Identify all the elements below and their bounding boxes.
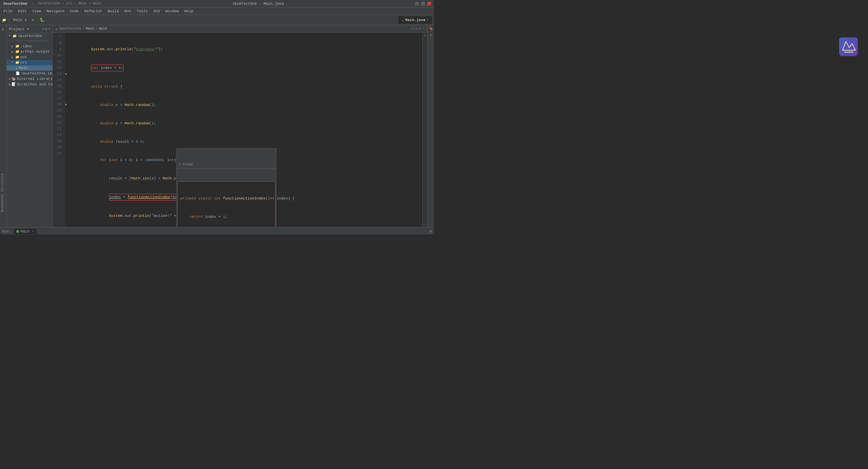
- debug-button[interactable]: 🐛: [38, 16, 47, 24]
- menu-navigate[interactable]: Navigate: [44, 7, 67, 15]
- project-folder-icon: 📁: [13, 34, 17, 38]
- run-tab-label: Main: [20, 229, 29, 233]
- chevron-src: [12, 61, 14, 64]
- run-tab-close[interactable]: ×: [32, 230, 34, 233]
- bottom-panel: Run: Main × ⚙ ↺ ■ ▤ ↓ 🖨 📷 ↵ 🗑 📌 Action!5…: [0, 227, 434, 234]
- tree-label-main: Main: [19, 66, 28, 70]
- code-content[interactable]: System.out.println("qianyang!"); int ind…: [70, 33, 422, 227]
- run-tab-main[interactable]: Main ×: [14, 229, 37, 234]
- code-editor[interactable]: 7 8 9 10 11 12 13 14 15 16 17 18 19 20 2…: [53, 33, 427, 227]
- project-panel-icon[interactable]: P: [1, 27, 6, 32]
- close-sidebar-icon[interactable]: ×: [48, 27, 50, 31]
- line-14: 14: [53, 77, 64, 83]
- chevron-idea: [12, 45, 14, 48]
- window-title: JavaTestOne - Main.java: [232, 2, 284, 6]
- run-status-dot: [16, 230, 19, 233]
- gutter-18: ◉: [65, 101, 70, 107]
- tree-item-arthas[interactable]: 📁 arthas-output: [7, 49, 52, 54]
- tree-item-scratches[interactable]: 📝 Scratches and Consoles: [7, 82, 52, 87]
- gutter-10: [65, 52, 70, 58]
- method-popup: 1 usage private static int functionActio…: [176, 148, 276, 227]
- app-name: JavaTestOne: [3, 2, 28, 6]
- tree-label-scratches: Scratches and Consoles: [17, 82, 52, 86]
- tree-item-project-root[interactable]: 📁 JavaTestOne: [7, 33, 52, 39]
- menu-build[interactable]: Build: [106, 7, 121, 15]
- run-config-dropdown[interactable]: Main ▾: [11, 16, 29, 24]
- gutter-8: [65, 40, 70, 46]
- tree-item-iml[interactable]: 📄 JavaTestOne.iml: [7, 71, 52, 76]
- method-popup-body: private static int functionActionIndex(i…: [177, 181, 275, 227]
- menu-file[interactable]: File: [1, 7, 14, 15]
- tree-item-idea[interactable]: 📁 .idea: [7, 44, 52, 49]
- path-label: C:\Users\qy474\IdeaProjects\JavaTes...: [12, 39, 50, 43]
- breadcrumb-text: JavaTestOne: [59, 27, 81, 31]
- line-11: 11: [53, 58, 64, 65]
- tree-label-ext-libs: External Libraries: [17, 77, 52, 81]
- sidebar-header-left: Project ▾: [9, 27, 29, 31]
- bookmarks-icon[interactable]: 🔖: [429, 27, 433, 31]
- menu-run[interactable]: Run: [122, 7, 133, 15]
- line-22: 22: [53, 126, 64, 132]
- gutter-13: ◉: [65, 71, 70, 77]
- settings-icon[interactable]: ⚙: [45, 27, 47, 31]
- menu-vcs[interactable]: VCS: [151, 7, 162, 15]
- idea-folder-icon: 📁: [15, 44, 19, 48]
- main-toolbar: 📁 Main ▾ ▶ 🐛 ☕ Main.java ×: [0, 15, 434, 25]
- menu-edit[interactable]: Edit: [16, 7, 29, 15]
- project-path: JavaTestOne › src › Main › main: [38, 2, 101, 5]
- menu-window[interactable]: Window: [163, 7, 181, 15]
- close-button[interactable]: ×: [427, 2, 431, 6]
- line-16: 16: [53, 89, 64, 95]
- code-line-7: System.out.println("qianyang!");: [73, 46, 420, 52]
- code-line-10: double x = Math.random();: [73, 102, 420, 108]
- gutter-11: [65, 58, 70, 65]
- line-8: 8: [53, 40, 64, 46]
- title-bar-right: − □ ×: [415, 2, 431, 6]
- popup-line-2: return index + 1;: [180, 214, 272, 220]
- maximize-button[interactable]: □: [421, 2, 425, 6]
- tree-item-src[interactable]: 📁 src: [7, 60, 52, 65]
- chevron-ext: [9, 77, 11, 81]
- gutter-12: [65, 65, 70, 71]
- code-line-9: while (true) {: [73, 84, 420, 90]
- menu-code[interactable]: Code: [68, 7, 81, 15]
- tree-item-out[interactable]: 📁 out: [7, 54, 52, 60]
- chevron-project: [9, 34, 12, 38]
- line-17: 17: [53, 95, 64, 101]
- line-20: 20: [53, 114, 64, 120]
- run-button[interactable]: ▶: [30, 16, 37, 24]
- menu-tools[interactable]: Tools: [134, 7, 150, 15]
- chevron-arthas: [12, 50, 14, 54]
- tab-close-icon[interactable]: ×: [427, 18, 429, 22]
- breadcrumb-icon: ☕: [55, 27, 57, 31]
- run-label: Run:: [2, 229, 11, 233]
- editor-tab-main[interactable]: ☕ Main.java ×: [398, 16, 432, 24]
- tree-item-path: C:\Users\qy474\IdeaProjects\JavaTes...: [7, 39, 52, 44]
- tree-label-idea: .idea: [20, 44, 32, 48]
- gutter-warning-icon: ⚠: [424, 33, 426, 37]
- iml-icon: 📄: [16, 71, 20, 75]
- tree-label-src: src: [20, 60, 27, 65]
- out-folder-icon: 📁: [15, 55, 19, 59]
- bottom-settings-icon[interactable]: ⚙: [430, 229, 432, 234]
- tab-label: Main.java: [405, 18, 425, 22]
- tree-label-out: out: [20, 55, 27, 59]
- tree-item-ext-libs[interactable]: 📚 External Libraries: [7, 76, 52, 82]
- tree-item-main-java[interactable]: ☕ Main: [7, 65, 52, 71]
- tree-label-root: JavaTestOne: [18, 34, 42, 38]
- tree-label-iml: JavaTestOne.iml: [21, 71, 52, 75]
- popup-line-1: private static int functionActionIndex(i…: [180, 195, 272, 202]
- collapse-all-icon[interactable]: ≡: [42, 27, 44, 31]
- sidebar-header-icons: ≡ ⚙ ×: [42, 27, 50, 31]
- sidebar-header: Project ▾ ≡ ⚙ ×: [7, 25, 52, 33]
- line-9: 9: [53, 46, 64, 52]
- menu-view[interactable]: View: [30, 7, 43, 15]
- gutter-22: [65, 126, 70, 132]
- breadcrumb-method[interactable]: main: [99, 27, 107, 31]
- minimize-button[interactable]: −: [415, 2, 419, 6]
- notifications-icon[interactable]: ⚠: [430, 33, 432, 37]
- menu-help[interactable]: Help: [182, 7, 195, 15]
- sidebar-title: Project ▾: [9, 27, 29, 31]
- breadcrumb-main[interactable]: Main: [86, 27, 94, 31]
- menu-refactor[interactable]: Refactor: [82, 7, 104, 15]
